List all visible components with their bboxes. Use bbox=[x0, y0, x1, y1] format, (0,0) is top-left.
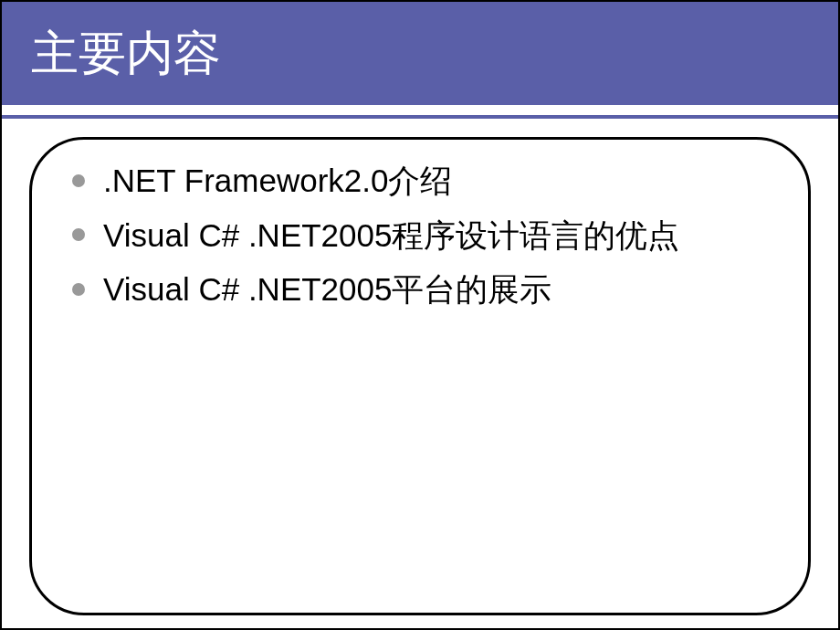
bullet-list: .NET Framework2.0介绍 Visual C# .NET2005程序… bbox=[72, 160, 772, 310]
content-area: .NET Framework2.0介绍 Visual C# .NET2005程序… bbox=[2, 133, 838, 628]
bullet-icon bbox=[72, 283, 85, 296]
bullet-icon bbox=[72, 228, 85, 241]
list-item: Visual C# .NET2005平台的展示 bbox=[72, 268, 772, 310]
title-band: 主要内容 bbox=[2, 2, 838, 105]
slide-container: 主要内容 .NET Framework2.0介绍 Visual C# .NET2… bbox=[0, 0, 840, 630]
list-item: .NET Framework2.0介绍 bbox=[72, 160, 772, 202]
bullet-text: .NET Framework2.0介绍 bbox=[103, 160, 453, 202]
slide-title: 主要内容 bbox=[31, 22, 221, 86]
bullet-icon bbox=[72, 174, 85, 187]
divider-line bbox=[2, 115, 838, 119]
bullet-text: Visual C# .NET2005平台的展示 bbox=[103, 268, 551, 310]
list-item: Visual C# .NET2005程序设计语言的优点 bbox=[72, 215, 772, 257]
bullet-text: Visual C# .NET2005程序设计语言的优点 bbox=[103, 215, 679, 257]
content-box: .NET Framework2.0介绍 Visual C# .NET2005程序… bbox=[29, 137, 811, 615]
